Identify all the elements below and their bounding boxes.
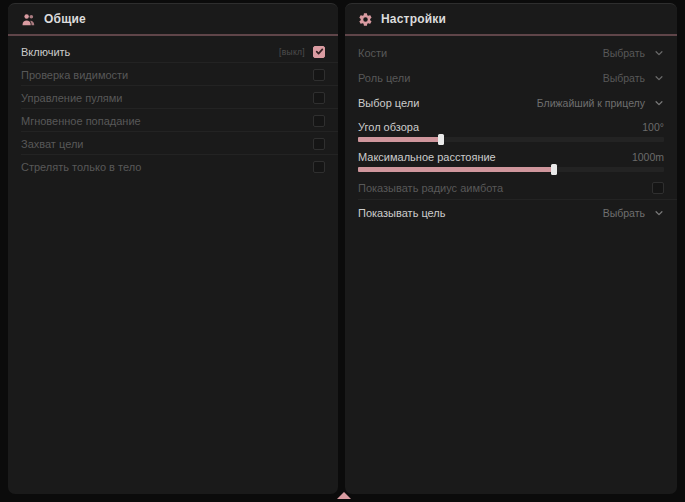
general-rows: Включить [выкл] Проверка видимости Управ… (8, 36, 338, 178)
row-enable-label: Включить (21, 46, 279, 58)
row-enable[interactable]: Включить [выкл] (8, 40, 338, 63)
target-selection-select-value: Ближайший к прицелу (537, 97, 645, 109)
row-target-lock-label: Захват цели (21, 138, 313, 150)
row-instant-hit-label: Мгновенное попадание (21, 115, 313, 127)
bones-select[interactable]: Выбрать (603, 47, 664, 59)
row-show-aimbot-radius[interactable]: Показывать радиус аимбота (345, 175, 677, 200)
body-only-checkbox[interactable] (313, 161, 325, 173)
panel-settings: Настройки Кости Выбрать Роль цели Выбрат… (345, 3, 677, 494)
chevron-down-icon (654, 98, 664, 108)
show-target-select-value: Выбрать (603, 207, 645, 219)
row-target-selection: Выбор цели Ближайший к прицелу (345, 90, 677, 115)
panel-general-title: Общие (44, 12, 86, 26)
row-bones: Кости Выбрать (345, 40, 677, 65)
max-distance-slider-thumb[interactable] (551, 164, 557, 175)
max-distance-slider-fill (358, 167, 554, 172)
users-icon (21, 12, 36, 27)
target-selection-select[interactable]: Ближайший к прицелу (537, 97, 664, 109)
bones-select-value: Выбрать (603, 47, 645, 59)
app-window: Общие Включить [выкл] Проверка видимости… (0, 0, 685, 502)
target-lock-checkbox[interactable] (313, 138, 325, 150)
scroll-up-arrow-icon[interactable] (337, 492, 351, 499)
bullet-control-checkbox[interactable] (313, 92, 325, 104)
row-body-only-label: Стрелять только в тело (21, 161, 313, 173)
target-role-select-value: Выбрать (603, 72, 645, 84)
fov-value: 100° (642, 121, 664, 133)
show-target-select[interactable]: Выбрать (603, 207, 664, 219)
panel-general-header: Общие (8, 4, 338, 34)
panel-general: Общие Включить [выкл] Проверка видимости… (8, 3, 338, 494)
enable-checkbox[interactable] (313, 46, 325, 58)
row-visibility-check-label: Проверка видимости (21, 69, 313, 81)
row-show-target: Показывать цель Выбрать (345, 200, 677, 225)
max-distance-value: 1000m (632, 151, 664, 163)
row-bullet-control-label: Управление пулями (21, 92, 313, 104)
row-bones-label: Кости (358, 47, 603, 59)
fov-slider-thumb[interactable] (438, 134, 444, 145)
row-show-aimbot-radius-label: Показывать радиус аимбота (358, 182, 652, 194)
hotkey-hint: [выкл] (279, 47, 305, 57)
row-max-distance: Максимальное расстояние 1000m (345, 145, 677, 175)
max-distance-slider[interactable] (358, 167, 664, 172)
fov-label: Угол обзора (358, 121, 419, 133)
settings-rows: Кости Выбрать Роль цели Выбрать (345, 36, 677, 225)
visibility-check-checkbox[interactable] (313, 69, 325, 81)
row-body-only[interactable]: Стрелять только в тело (8, 155, 338, 178)
row-target-selection-label: Выбор цели (358, 97, 537, 109)
gear-icon (358, 12, 373, 27)
show-aimbot-radius-checkbox[interactable] (652, 182, 664, 194)
row-bullet-control[interactable]: Управление пулями (8, 86, 338, 109)
row-fov: Угол обзора 100° (345, 115, 677, 145)
instant-hit-checkbox[interactable] (313, 115, 325, 127)
panel-settings-header: Настройки (345, 4, 677, 34)
chevron-down-icon (654, 208, 664, 218)
row-target-lock[interactable]: Захват цели (8, 132, 338, 155)
chevron-down-icon (654, 48, 664, 58)
fov-slider[interactable] (358, 137, 664, 142)
chevron-down-icon (654, 73, 664, 83)
max-distance-label: Максимальное расстояние (358, 151, 496, 163)
fov-slider-fill (358, 137, 441, 142)
row-target-role: Роль цели Выбрать (345, 65, 677, 90)
target-role-select[interactable]: Выбрать (603, 72, 664, 84)
row-visibility-check[interactable]: Проверка видимости (8, 63, 338, 86)
row-instant-hit[interactable]: Мгновенное попадание (8, 109, 338, 132)
panel-settings-title: Настройки (381, 12, 446, 26)
row-show-target-label: Показывать цель (358, 207, 603, 219)
row-target-role-label: Роль цели (358, 72, 603, 84)
